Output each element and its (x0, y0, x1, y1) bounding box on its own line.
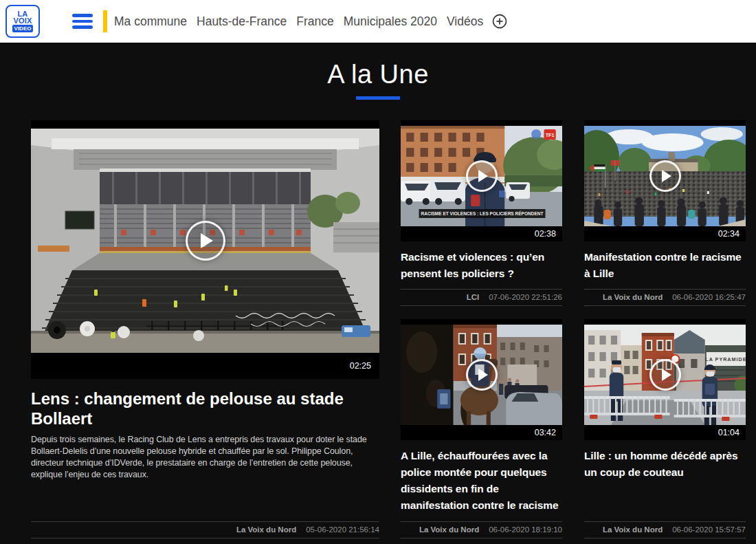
featured-video-description: Depuis trois semaines, le Racing Club de… (31, 434, 379, 481)
video-meta: La Voix du Nord 06-06-2020 16:25:47 (584, 289, 746, 306)
featured-video-card: 02:25 Lens : changement de pelouse au st… (31, 120, 379, 538)
video-title[interactable]: A Lille, échauffourées avec la police mo… (401, 448, 562, 514)
menu-icon[interactable] (72, 14, 93, 29)
content-area: 02:25 Lens : changement de pelouse au st… (0, 120, 756, 538)
video-title[interactable]: Lille : un homme décédé après un coup de… (584, 448, 746, 481)
video-duration: 02:34 (718, 229, 740, 239)
video-banner-text: RACISME ET VIOLENCES : LES POLICIERS RÉP… (421, 211, 544, 217)
logo-text-voix: VOIX (13, 17, 32, 24)
nav-item-france[interactable]: France (296, 14, 333, 29)
video-title[interactable]: Manifestation contre le racisme à Lille (584, 249, 746, 282)
video-source: La Voix du Nord (236, 525, 296, 534)
video-duration: 02:38 (535, 229, 556, 239)
video-duration: 02:25 (350, 361, 371, 371)
plus-circle-icon[interactable] (492, 14, 507, 29)
video-title[interactable]: Racisme et violences : qu’en pensent les… (401, 249, 562, 282)
site-header: LA VOIX VIDEO Ma commune Hauts-de-France… (0, 0, 756, 43)
site-logo[interactable]: LA VOIX VIDEO (5, 5, 40, 38)
nav-item-videos[interactable]: Vidéos (447, 14, 483, 29)
title-underline (356, 96, 400, 100)
play-icon[interactable] (466, 359, 498, 391)
video-datetime: 06-06-2020 18:19:10 (489, 525, 562, 534)
video-datetime: 06-06-2020 15:57:57 (672, 525, 746, 534)
nav-accent-bar (103, 10, 107, 32)
video-datetime: 06-06-2020 16:25:47 (672, 293, 746, 301)
nav-item-municipales-2020[interactable]: Municipales 2020 (344, 14, 437, 29)
video-thumbnail[interactable]: 02:34 (584, 120, 746, 241)
video-card-racisme-policiers: TF1 RACISME ET VIOLENCES : LES POLICIERS… (401, 120, 562, 306)
logo-text-video: VIDEO (12, 25, 34, 32)
video-meta: LCI 07-06-2020 22:51:26 (401, 289, 562, 306)
video-source: LCI (467, 293, 480, 301)
storefront-sign-text: LA PYRAMIDE (705, 358, 746, 362)
main-nav: Ma commune Hauts-de-France France Munici… (114, 14, 483, 29)
video-meta: La Voix du Nord 06-06-2020 15:57:57 (584, 521, 746, 538)
video-duration: 03:42 (535, 428, 556, 437)
video-duration: 01:04 (718, 428, 740, 437)
featured-video-title[interactable]: Lens : changement de pelouse au stade Bo… (31, 389, 379, 428)
nav-item-ma-commune[interactable]: Ma commune (114, 14, 187, 29)
featured-video-meta: La Voix du Nord 05-06-2020 21:56:14 (31, 521, 379, 538)
section-header: A la Une (0, 43, 756, 100)
video-card-coup-de-couteau: LA PYRAMIDE (584, 319, 746, 538)
video-thumbnail[interactable]: TF1 RACISME ET VIOLENCES : LES POLICIERS… (401, 120, 562, 241)
video-source: La Voix du Nord (603, 525, 663, 534)
video-grid: TF1 RACISME ET VIOLENCES : LES POLICIERS… (401, 120, 746, 538)
featured-video-thumbnail[interactable]: 02:25 (31, 120, 379, 379)
video-source: La Voix du Nord (603, 293, 663, 301)
play-icon[interactable] (186, 221, 225, 261)
video-thumbnail[interactable]: 03:42 (401, 319, 562, 440)
video-card-manifestation-lille: 02:34 Manifestation contre le racisme à … (584, 120, 746, 306)
video-thumbnail[interactable]: LA PYRAMIDE (584, 319, 746, 440)
video-datetime: 07-06-2020 22:51:26 (489, 293, 562, 301)
play-icon[interactable] (649, 359, 681, 391)
video-card-police-montee: 03:42 A Lille, échauffourées avec la pol… (401, 319, 562, 538)
play-icon[interactable] (466, 160, 498, 192)
video-source: La Voix du Nord (419, 525, 479, 534)
page-title: A la Une (0, 60, 756, 89)
video-datetime: 05-06-2020 21:56:14 (306, 525, 379, 534)
play-icon[interactable] (649, 160, 681, 192)
tf1-logo: TF1 (546, 133, 555, 138)
video-meta: La Voix du Nord 06-06-2020 18:19:10 (401, 521, 562, 538)
nav-item-hauts-de-france[interactable]: Hauts-de-France (197, 14, 287, 29)
